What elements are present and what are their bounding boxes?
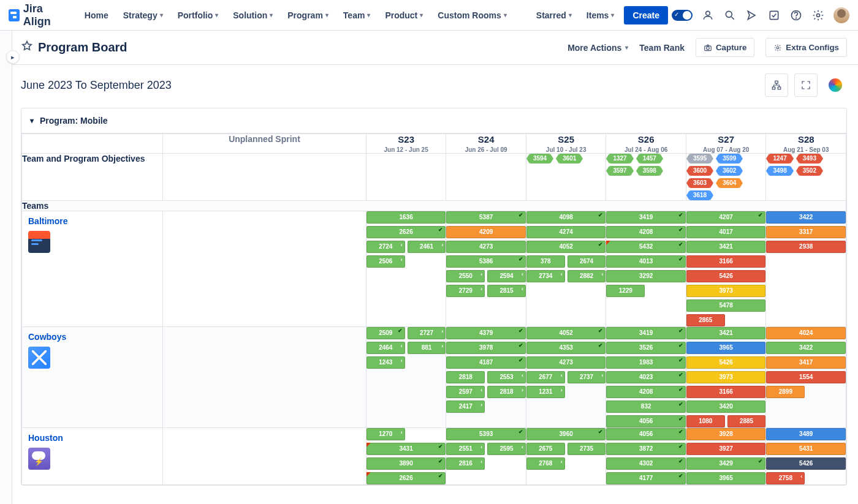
work-item-card[interactable]: 3292 — [606, 270, 686, 282]
work-item-card[interactable]: 4052✔ — [526, 327, 606, 339]
tasks-icon[interactable] — [767, 9, 781, 22]
objective-chip[interactable]: 3618 — [689, 190, 710, 200]
work-item-card[interactable]: 1231› — [526, 386, 565, 398]
objective-chip[interactable]: 3493 — [799, 154, 820, 164]
objective-chip[interactable]: 3498 — [769, 166, 790, 176]
work-item-card[interactable]: 2737‹ — [568, 371, 606, 383]
objective-chip[interactable]: 3601 — [559, 154, 580, 164]
work-item-card[interactable]: 1554 — [766, 371, 846, 383]
work-item-card[interactable]: 2417› — [446, 401, 485, 413]
work-item-card[interactable]: 5387✔ — [446, 211, 526, 224]
work-item-card[interactable]: 4379✔ — [446, 327, 526, 339]
capture-button[interactable]: Capture — [696, 38, 754, 57]
work-item-card[interactable]: 4207✔ — [686, 211, 766, 224]
work-item-card[interactable]: 2550‹ — [446, 270, 485, 282]
work-item-card[interactable]: 3421 — [686, 241, 766, 253]
objective-chip[interactable]: 3603 — [689, 178, 710, 188]
objective-chip[interactable]: 3595 — [689, 154, 710, 164]
work-item-card[interactable]: 4017 — [686, 226, 766, 238]
work-item-card[interactable]: 4353✔ — [526, 342, 606, 354]
work-item-card[interactable]: 3890✔ — [366, 457, 446, 470]
work-item-card[interactable]: 2938 — [766, 241, 846, 253]
work-item-card[interactable]: 3417 — [766, 356, 846, 369]
work-item-card[interactable]: 2677‹ — [526, 371, 565, 383]
star-icon[interactable] — [21, 40, 33, 55]
nav-strategy[interactable]: Strategy▾ — [117, 7, 169, 24]
work-item-card[interactable]: 4052✔ — [526, 241, 606, 253]
work-item-card[interactable]: 3973 — [686, 285, 766, 297]
work-item-card[interactable]: 5426 — [686, 356, 766, 369]
work-item-card[interactable]: 2768‹ — [526, 457, 565, 470]
work-item-card[interactable]: 2758‹ — [766, 472, 805, 484]
work-item-card[interactable]: 378 — [526, 255, 565, 268]
work-item-card[interactable]: 3431✔ — [366, 443, 446, 455]
work-item-card[interactable]: 2675 — [526, 443, 565, 455]
work-item-card[interactable]: 4023✔ — [606, 371, 686, 383]
help-icon[interactable] — [789, 9, 803, 22]
work-item-card[interactable]: 4273 — [446, 241, 526, 253]
work-item-card[interactable]: 1983✔ — [606, 356, 686, 369]
objective-chip[interactable]: 3599 — [719, 154, 740, 164]
work-item-card[interactable]: 2509✔ — [366, 327, 405, 339]
work-item-card[interactable]: 881› — [408, 342, 446, 354]
work-item-card[interactable]: 1270› — [366, 428, 405, 440]
work-item-card[interactable]: 2626✔ — [366, 472, 446, 484]
work-item-card[interactable]: 3421 — [686, 327, 766, 339]
work-item-card[interactable]: 1229 — [606, 285, 645, 297]
objective-chip[interactable]: 3502 — [799, 166, 820, 176]
work-item-card[interactable]: 3973 — [686, 371, 766, 383]
work-item-card[interactable]: 4273 — [526, 356, 606, 369]
work-item-card[interactable]: 2597‹ — [446, 386, 485, 398]
notifications-icon[interactable] — [745, 9, 759, 22]
work-item-card[interactable]: 4056✔ — [606, 415, 686, 427]
team-link[interactable]: Baltimore — [22, 211, 162, 228]
work-item-card[interactable]: 4209 — [446, 226, 526, 238]
work-item-card[interactable]: 3317 — [766, 226, 846, 238]
fullscreen-button[interactable] — [794, 73, 818, 97]
nav-portfolio[interactable]: Portfolio▾ — [172, 7, 225, 24]
work-item-card[interactable]: 832✔ — [606, 401, 686, 413]
work-item-card[interactable]: 3429✔ — [686, 457, 766, 470]
work-item-card[interactable]: 4013✔ — [606, 255, 686, 268]
work-item-card[interactable]: 2594‹ — [487, 270, 526, 282]
work-item-card[interactable]: 2734‹ — [526, 270, 565, 282]
work-item-card[interactable]: 5431 — [766, 443, 846, 455]
work-item-card[interactable]: 2553‹ — [487, 371, 526, 383]
work-item-card[interactable]: 2818 — [446, 371, 485, 383]
objective-chip[interactable]: 3600 — [689, 166, 710, 176]
work-item-card[interactable]: 3928 — [686, 428, 766, 440]
user-avatar[interactable] — [833, 7, 849, 23]
objective-chip[interactable]: 1327 — [609, 154, 630, 164]
work-item-card[interactable]: 3526✔ — [606, 342, 686, 354]
objective-chip[interactable]: 3602 — [719, 166, 740, 176]
nav-custom-rooms[interactable]: Custom Rooms▾ — [431, 7, 512, 24]
work-item-card[interactable]: 3166 — [686, 386, 766, 398]
work-item-card[interactable]: 2727‹ — [408, 327, 446, 339]
work-item-card[interactable]: 3419✔ — [606, 211, 686, 224]
objective-chip[interactable]: 3594 — [530, 154, 550, 164]
work-item-card[interactable]: 3422 — [766, 211, 846, 224]
work-item-card[interactable]: 2595‹ — [487, 443, 526, 455]
work-item-card[interactable]: 2735 — [568, 443, 606, 455]
work-item-card[interactable]: 2464‹ — [366, 342, 405, 354]
theme-toggle[interactable]: ✓ — [672, 10, 693, 21]
expand-sidebar-button[interactable]: ▸ — [6, 50, 20, 64]
nav-items[interactable]: Items▾ — [580, 7, 621, 24]
work-item-card[interactable]: 1080 — [686, 415, 725, 427]
objective-chip[interactable]: 3604 — [719, 178, 740, 188]
account-icon[interactable] — [701, 9, 715, 22]
work-item-card[interactable]: 2818› — [487, 386, 526, 398]
nav-home[interactable]: Home — [78, 7, 115, 24]
work-item-card[interactable]: 4302✔ — [606, 457, 686, 470]
work-item-card[interactable]: 3422 — [766, 342, 846, 354]
objective-chip[interactable]: 3597 — [609, 166, 630, 176]
work-item-card[interactable]: 5386✔ — [446, 255, 526, 268]
work-item-card[interactable]: 4056✔ — [606, 428, 686, 440]
extra-configs-button[interactable]: Extra Configs — [765, 38, 847, 57]
work-item-card[interactable]: 4208✔ — [606, 386, 686, 398]
work-item-card[interactable]: 3872✔ — [606, 443, 686, 455]
work-item-card[interactable]: 5426 — [766, 457, 846, 470]
nav-program[interactable]: Program▾ — [281, 7, 335, 24]
work-item-card[interactable]: 2729‹ — [446, 285, 485, 297]
more-actions-menu[interactable]: More Actions▾ — [568, 43, 628, 53]
